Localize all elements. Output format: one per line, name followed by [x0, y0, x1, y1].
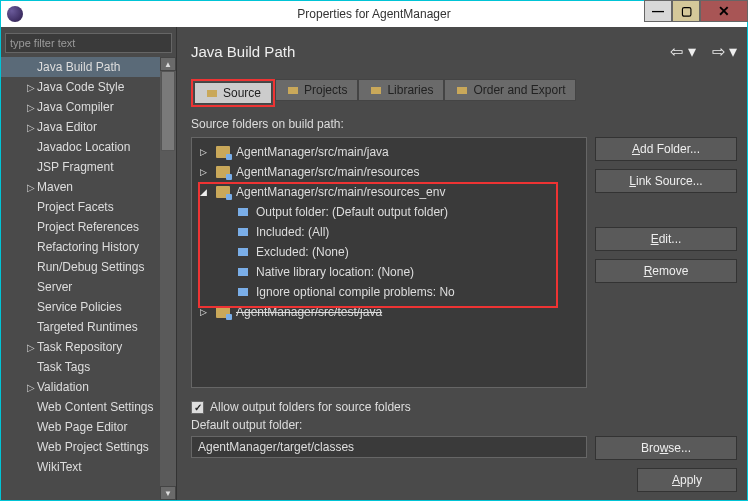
source-item-label: Ignore optional compile problems: No: [256, 285, 455, 299]
disclosure-icon: ▷: [25, 182, 37, 193]
allow-output-label: Allow output folders for source folders: [210, 400, 411, 414]
sidebar-item[interactable]: Service Policies: [1, 297, 160, 317]
disclosure-icon: ▷: [25, 102, 37, 113]
apply-button[interactable]: Apply: [637, 468, 737, 492]
package-folder-icon: [216, 166, 230, 178]
edit-button[interactable]: Edit...: [595, 227, 737, 251]
tab-libraries[interactable]: Libraries: [358, 79, 444, 101]
sidebar-item[interactable]: ▷Task Repository: [1, 337, 160, 357]
maximize-button[interactable]: ▢: [672, 0, 700, 22]
sidebar-item-label: Service Policies: [37, 300, 122, 314]
scroll-thumb[interactable]: [161, 71, 175, 151]
sidebar-item-label: Validation: [37, 380, 89, 394]
tab-source[interactable]: Source: [194, 82, 272, 104]
sidebar-item[interactable]: WikiText: [1, 457, 160, 477]
sidebar-item-label: Java Build Path: [37, 60, 120, 74]
source-tree-item[interactable]: Included: (All): [192, 222, 586, 242]
sidebar-tree[interactable]: Java Build Path▷Java Code Style▷Java Com…: [1, 57, 160, 500]
source-item-label: Included: (All): [256, 225, 329, 239]
sidebar-item-label: Task Repository: [37, 340, 122, 354]
svg-rect-1: [288, 87, 298, 94]
sidebar-item-label: Web Project Settings: [37, 440, 149, 454]
tab-label: Libraries: [387, 83, 433, 97]
sidebar-item[interactable]: Project Facets: [1, 197, 160, 217]
source-tree-item[interactable]: Excluded: (None): [192, 242, 586, 262]
close-button[interactable]: ✕: [700, 0, 748, 22]
tabs: SourceProjectsLibrariesOrder and Export: [191, 79, 737, 107]
source-tree-item[interactable]: ▷AgentManager/src/main/resources: [192, 162, 586, 182]
sidebar-item[interactable]: Javadoc Location: [1, 137, 160, 157]
sidebar-item-label: Java Code Style: [37, 80, 124, 94]
source-tree-item[interactable]: ▷AgentManager/src/test/java: [192, 302, 586, 322]
disclosure-icon: ◢: [200, 187, 210, 197]
svg-rect-3: [457, 87, 467, 94]
ignore-icon: [236, 286, 250, 298]
sidebar-item[interactable]: Refactoring History: [1, 237, 160, 257]
svg-rect-4: [238, 208, 248, 216]
sidebar-item[interactable]: ▷Validation: [1, 377, 160, 397]
source-item-label: Output folder: (Default output folder): [256, 205, 448, 219]
source-tree-item[interactable]: ◢AgentManager/src/main/resources_env: [192, 182, 586, 202]
sidebar-item[interactable]: Java Build Path: [1, 57, 160, 77]
tab-order-and-export[interactable]: Order and Export: [444, 79, 576, 101]
sidebar-item[interactable]: ▷Java Editor: [1, 117, 160, 137]
svg-rect-5: [238, 228, 248, 236]
disclosure-icon: ▷: [25, 82, 37, 93]
sidebar-item[interactable]: ▷Maven: [1, 177, 160, 197]
source-tree-item[interactable]: ▷AgentManager/src/main/java: [192, 142, 586, 162]
svg-rect-8: [238, 288, 248, 296]
filter-input[interactable]: type filter text: [5, 33, 172, 53]
libraries-icon: [369, 83, 383, 97]
disclosure-icon: ▷: [200, 147, 210, 157]
nav-forward-icon[interactable]: ⇨ ▾: [712, 42, 737, 61]
source-tree-item[interactable]: Output folder: (Default output folder): [192, 202, 586, 222]
sidebar-item[interactable]: Targeted Runtimes: [1, 317, 160, 337]
source-item-label: AgentManager/src/main/resources_env: [236, 185, 445, 199]
scroll-up-icon[interactable]: ▲: [160, 57, 176, 71]
default-output-input[interactable]: AgentManager/target/classes: [191, 436, 587, 458]
main-panel: Java Build Path ⇦ ▾ ⇨ ▾ SourceProjectsLi…: [177, 27, 747, 500]
source-tree-item[interactable]: Native library location: (None): [192, 262, 586, 282]
sidebar-item[interactable]: Web Page Editor: [1, 417, 160, 437]
source-tree-item[interactable]: Ignore optional compile problems: No: [192, 282, 586, 302]
sidebar-item-label: Javadoc Location: [37, 140, 130, 154]
remove-button[interactable]: Remove: [595, 259, 737, 283]
sidebar-item[interactable]: Run/Debug Settings: [1, 257, 160, 277]
native-icon: [236, 266, 250, 278]
sidebar-item[interactable]: Web Content Settings: [1, 397, 160, 417]
title-bar: Properties for AgentManager — ▢ ✕: [1, 1, 747, 27]
sidebar-item[interactable]: Web Project Settings: [1, 437, 160, 457]
disclosure-icon: ▷: [25, 382, 37, 393]
scroll-down-icon[interactable]: ▼: [160, 486, 176, 500]
sidebar-item-label: WikiText: [37, 460, 82, 474]
sidebar-item-label: Web Content Settings: [37, 400, 154, 414]
sidebar-item-label: Refactoring History: [37, 240, 139, 254]
sidebar-item[interactable]: Project References: [1, 217, 160, 237]
source-item-label: AgentManager/src/main/resources: [236, 165, 419, 179]
tab-projects[interactable]: Projects: [275, 79, 358, 101]
window-title: Properties for AgentManager: [297, 7, 450, 21]
sidebar-item[interactable]: ▷Java Compiler: [1, 97, 160, 117]
source-folder-tree[interactable]: ▷AgentManager/src/main/java▷AgentManager…: [191, 137, 587, 388]
default-output-label: Default output folder:: [191, 418, 737, 432]
allow-output-checkbox[interactable]: ✓: [191, 401, 204, 414]
sidebar-item-label: Project Facets: [37, 200, 114, 214]
nav-back-icon[interactable]: ⇦ ▾: [670, 42, 695, 61]
browse-button[interactable]: Browse...: [595, 436, 737, 460]
sidebar-item[interactable]: Task Tags: [1, 357, 160, 377]
sidebar-item[interactable]: Server: [1, 277, 160, 297]
add-folder-button[interactable]: Add Folder...: [595, 137, 737, 161]
source-folders-label: Source folders on build path:: [191, 117, 737, 131]
sidebar-item-label: Project References: [37, 220, 139, 234]
source-item-label: AgentManager/src/main/java: [236, 145, 389, 159]
sidebar-item[interactable]: JSP Fragment: [1, 157, 160, 177]
sidebar-item[interactable]: ▷Java Code Style: [1, 77, 160, 97]
disclosure-icon: ▷: [25, 342, 37, 353]
sidebar-scrollbar[interactable]: ▲ ▼: [160, 57, 176, 500]
link-source-button[interactable]: Link Source...: [595, 169, 737, 193]
svg-rect-2: [371, 87, 381, 94]
minimize-button[interactable]: —: [644, 0, 672, 22]
package-folder-icon: [216, 306, 230, 318]
package-folder-icon: [216, 186, 230, 198]
projects-icon: [286, 83, 300, 97]
